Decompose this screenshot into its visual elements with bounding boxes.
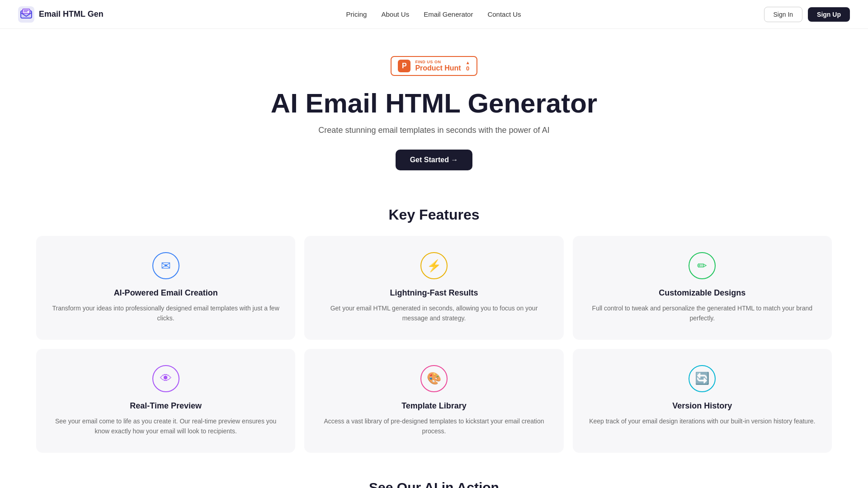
signin-button[interactable]: Sign In <box>764 7 803 22</box>
signup-button[interactable]: Sign Up <box>808 7 850 22</box>
ai-action-section: See Our AI in Action Describe your email… <box>0 471 868 488</box>
feature-title-customizable: Customizable Designs <box>585 288 819 298</box>
hero-section: P FIND US ON Product Hunt ▲ 0 AI Email H… <box>0 29 868 188</box>
feature-title-preview: Real-Time Preview <box>49 401 283 411</box>
feature-icon-customizable: ✏ <box>689 252 716 279</box>
product-hunt-badge[interactable]: P FIND US ON Product Hunt ▲ 0 <box>391 56 477 76</box>
hero-subtitle: Create stunning email templates in secon… <box>9 126 859 135</box>
feature-desc-history: Keep track of your email design iteratio… <box>585 416 819 426</box>
navbar-actions: Sign In Sign Up <box>764 7 850 22</box>
feature-title-fast-results: Lightning-Fast Results <box>317 288 551 298</box>
features-grid: ✉ AI-Powered Email Creation Transform yo… <box>36 236 832 453</box>
feature-desc-fast-results: Get your email HTML generated in seconds… <box>317 303 551 324</box>
nav-generator[interactable]: Email Generator <box>424 10 473 18</box>
ph-name: Product Hunt <box>415 64 461 72</box>
features-section: Key Features ✉ AI-Powered Email Creation… <box>0 188 868 471</box>
feature-icon-preview: 👁 <box>152 365 179 392</box>
ph-logo-icon: P <box>398 60 410 72</box>
feature-desc-ai-creation: Transform your ideas into professionally… <box>49 303 283 324</box>
feature-desc-preview: See your email come to life as you creat… <box>49 416 283 436</box>
feature-card-ai-creation: ✉ AI-Powered Email Creation Transform yo… <box>36 236 295 340</box>
ph-text: FIND US ON Product Hunt <box>415 60 461 72</box>
nav-about[interactable]: About Us <box>381 10 409 18</box>
feature-title-ai-creation: AI-Powered Email Creation <box>49 288 283 298</box>
feature-card-customizable: ✏ Customizable Designs Full control to t… <box>573 236 832 340</box>
ph-arrow-icon: ▲ <box>466 60 470 65</box>
get-started-button[interactable]: Get Started → <box>396 150 473 170</box>
brand-logo[interactable]: Email HTML Gen <box>18 6 104 23</box>
feature-card-fast-results: ⚡ Lightning-Fast Results Get your email … <box>304 236 563 340</box>
feature-card-library: 🎨 Template Library Access a vast library… <box>304 349 563 453</box>
ai-action-title: See Our AI in Action <box>36 480 832 488</box>
navbar: Email HTML Gen Pricing About Us Email Ge… <box>0 0 868 29</box>
feature-card-preview: 👁 Real-Time Preview See your email come … <box>36 349 295 453</box>
feature-title-library: Template Library <box>317 401 551 411</box>
brand-name: Email HTML Gen <box>39 9 104 19</box>
feature-icon-history: 🔄 <box>689 365 716 392</box>
feature-card-history: 🔄 Version History Keep track of your ema… <box>573 349 832 453</box>
ph-vote-count: 0 <box>466 65 469 72</box>
features-title: Key Features <box>36 206 832 223</box>
nav-pricing[interactable]: Pricing <box>346 10 367 18</box>
ph-find-text: FIND US ON <box>415 60 441 64</box>
feature-icon-fast-results: ⚡ <box>420 252 448 279</box>
nav-links: Pricing About Us Email Generator Contact… <box>346 10 521 19</box>
logo-icon <box>18 6 34 23</box>
hero-title: AI Email HTML Generator <box>9 89 859 118</box>
nav-contact[interactable]: Contact Us <box>487 10 521 18</box>
feature-desc-customizable: Full control to tweak and personalize th… <box>585 303 819 324</box>
feature-icon-library: 🎨 <box>420 365 448 392</box>
ph-votes: ▲ 0 <box>466 60 470 72</box>
feature-desc-library: Access a vast library of pre-designed te… <box>317 416 551 436</box>
feature-title-history: Version History <box>585 401 819 411</box>
svg-rect-3 <box>23 9 30 14</box>
feature-icon-ai-creation: ✉ <box>152 252 179 279</box>
